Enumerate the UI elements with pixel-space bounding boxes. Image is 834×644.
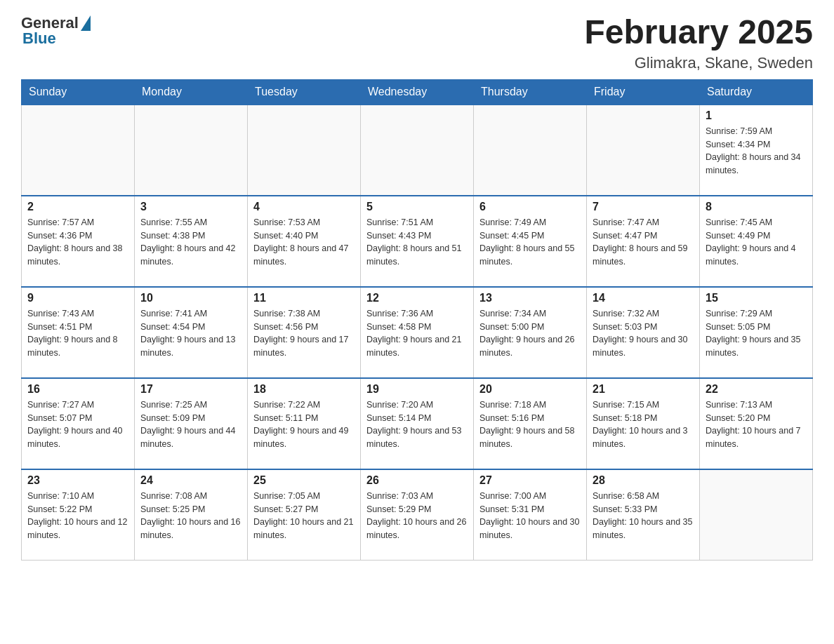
- calendar-cell: 18Sunrise: 7:22 AMSunset: 5:11 PMDayligh…: [248, 378, 361, 469]
- day-info: Sunrise: 7:29 AMSunset: 5:05 PMDaylight:…: [706, 307, 807, 360]
- calendar-cell: 1Sunrise: 7:59 AMSunset: 4:34 PMDaylight…: [700, 105, 813, 196]
- calendar-week-row-3: 9Sunrise: 7:43 AMSunset: 4:51 PMDaylight…: [22, 287, 813, 378]
- day-info: Sunrise: 7:55 AMSunset: 4:38 PMDaylight:…: [140, 216, 241, 269]
- calendar-header-row: SundayMondayTuesdayWednesdayThursdayFrid…: [22, 79, 813, 105]
- calendar-header-thursday: Thursday: [474, 79, 587, 105]
- calendar-cell: 25Sunrise: 7:05 AMSunset: 5:27 PMDayligh…: [248, 469, 361, 561]
- day-info: Sunrise: 7:43 AMSunset: 4:51 PMDaylight:…: [27, 307, 128, 360]
- calendar-cell: 17Sunrise: 7:25 AMSunset: 5:09 PMDayligh…: [135, 378, 248, 469]
- month-title: February 2025: [584, 14, 813, 51]
- day-number: 19: [366, 383, 468, 396]
- day-number: 11: [253, 292, 355, 304]
- day-number: 18: [253, 383, 355, 396]
- day-info: Sunrise: 7:05 AMSunset: 5:27 PMDaylight:…: [253, 490, 355, 542]
- calendar-cell: 23Sunrise: 7:10 AMSunset: 5:22 PMDayligh…: [22, 469, 135, 561]
- day-number: 9: [27, 292, 128, 304]
- calendar-cell: 27Sunrise: 7:00 AMSunset: 5:31 PMDayligh…: [474, 469, 587, 561]
- calendar-cell: [248, 105, 361, 196]
- day-info: Sunrise: 7:34 AMSunset: 5:00 PMDaylight:…: [479, 307, 581, 360]
- day-info: Sunrise: 7:38 AMSunset: 4:56 PMDaylight:…: [253, 307, 355, 360]
- calendar-cell: 16Sunrise: 7:27 AMSunset: 5:07 PMDayligh…: [22, 378, 135, 469]
- day-number: 3: [140, 201, 241, 213]
- calendar-header-saturday: Saturday: [700, 79, 813, 105]
- day-number: 8: [706, 201, 807, 213]
- calendar-week-row-2: 2Sunrise: 7:57 AMSunset: 4:36 PMDaylight…: [22, 196, 813, 287]
- day-info: Sunrise: 7:47 AMSunset: 4:47 PMDaylight:…: [593, 216, 694, 269]
- day-info: Sunrise: 7:27 AMSunset: 5:07 PMDaylight:…: [27, 398, 128, 451]
- day-number: 25: [253, 474, 355, 487]
- day-info: Sunrise: 6:58 AMSunset: 5:33 PMDaylight:…: [593, 490, 694, 542]
- calendar-cell: [587, 105, 700, 196]
- calendar-cell: 26Sunrise: 7:03 AMSunset: 5:29 PMDayligh…: [361, 469, 474, 561]
- day-number: 27: [479, 474, 581, 487]
- day-number: 14: [593, 292, 694, 304]
- calendar-week-row-1: 1Sunrise: 7:59 AMSunset: 4:34 PMDaylight…: [22, 105, 813, 196]
- day-info: Sunrise: 7:00 AMSunset: 5:31 PMDaylight:…: [479, 490, 581, 542]
- calendar-cell: 7Sunrise: 7:47 AMSunset: 4:47 PMDaylight…: [587, 196, 700, 287]
- day-info: Sunrise: 7:25 AMSunset: 5:09 PMDaylight:…: [140, 398, 241, 451]
- day-info: Sunrise: 7:13 AMSunset: 5:20 PMDaylight:…: [706, 398, 807, 451]
- day-info: Sunrise: 7:20 AMSunset: 5:14 PMDaylight:…: [366, 398, 468, 451]
- day-number: 12: [366, 292, 468, 304]
- day-info: Sunrise: 7:59 AMSunset: 4:34 PMDaylight:…: [706, 125, 807, 177]
- calendar-header-friday: Friday: [587, 79, 700, 105]
- day-number: 4: [253, 201, 355, 213]
- day-info: Sunrise: 7:53 AMSunset: 4:40 PMDaylight:…: [253, 216, 355, 269]
- calendar-cell: [361, 105, 474, 196]
- calendar-cell: 21Sunrise: 7:15 AMSunset: 5:18 PMDayligh…: [587, 378, 700, 469]
- day-number: 5: [366, 201, 468, 213]
- calendar-cell: 12Sunrise: 7:36 AMSunset: 4:58 PMDayligh…: [361, 287, 474, 378]
- calendar-cell: 5Sunrise: 7:51 AMSunset: 4:43 PMDaylight…: [361, 196, 474, 287]
- day-number: 17: [140, 383, 241, 396]
- calendar-header-tuesday: Tuesday: [248, 79, 361, 105]
- calendar-cell: [700, 469, 813, 561]
- calendar-cell: 28Sunrise: 6:58 AMSunset: 5:33 PMDayligh…: [587, 469, 700, 561]
- day-number: 16: [27, 383, 128, 396]
- day-info: Sunrise: 7:45 AMSunset: 4:49 PMDaylight:…: [706, 216, 807, 269]
- calendar-cell: 14Sunrise: 7:32 AMSunset: 5:03 PMDayligh…: [587, 287, 700, 378]
- day-number: 21: [593, 383, 694, 396]
- day-number: 6: [479, 201, 581, 213]
- day-number: 24: [140, 474, 241, 487]
- calendar-header-monday: Monday: [135, 79, 248, 105]
- day-info: Sunrise: 7:08 AMSunset: 5:25 PMDaylight:…: [140, 490, 241, 542]
- calendar-cell: 8Sunrise: 7:45 AMSunset: 4:49 PMDaylight…: [700, 196, 813, 287]
- calendar-cell: 20Sunrise: 7:18 AMSunset: 5:16 PMDayligh…: [474, 378, 587, 469]
- location-subtitle: Glimakra, Skane, Sweden: [584, 54, 813, 72]
- calendar-table: SundayMondayTuesdayWednesdayThursdayFrid…: [21, 79, 813, 561]
- calendar-cell: 4Sunrise: 7:53 AMSunset: 4:40 PMDaylight…: [248, 196, 361, 287]
- day-info: Sunrise: 7:22 AMSunset: 5:11 PMDaylight:…: [253, 398, 355, 451]
- page-header: General Blue February 2025 Glimakra, Ska…: [21, 14, 813, 72]
- day-number: 20: [479, 383, 581, 396]
- day-info: Sunrise: 7:15 AMSunset: 5:18 PMDaylight:…: [593, 398, 694, 451]
- calendar-week-row-5: 23Sunrise: 7:10 AMSunset: 5:22 PMDayligh…: [22, 469, 813, 561]
- calendar-header-wednesday: Wednesday: [361, 79, 474, 105]
- calendar-cell: 13Sunrise: 7:34 AMSunset: 5:00 PMDayligh…: [474, 287, 587, 378]
- day-number: 10: [140, 292, 241, 304]
- day-info: Sunrise: 7:41 AMSunset: 4:54 PMDaylight:…: [140, 307, 241, 360]
- calendar-cell: 24Sunrise: 7:08 AMSunset: 5:25 PMDayligh…: [135, 469, 248, 561]
- logo: General Blue: [21, 14, 91, 48]
- day-number: 13: [479, 292, 581, 304]
- calendar-cell: 15Sunrise: 7:29 AMSunset: 5:05 PMDayligh…: [700, 287, 813, 378]
- logo-blue-text: Blue: [21, 29, 56, 48]
- calendar-cell: [135, 105, 248, 196]
- calendar-cell: 19Sunrise: 7:20 AMSunset: 5:14 PMDayligh…: [361, 378, 474, 469]
- calendar-cell: 22Sunrise: 7:13 AMSunset: 5:20 PMDayligh…: [700, 378, 813, 469]
- calendar-cell: 10Sunrise: 7:41 AMSunset: 4:54 PMDayligh…: [135, 287, 248, 378]
- day-number: 15: [706, 292, 807, 304]
- calendar-cell: 11Sunrise: 7:38 AMSunset: 4:56 PMDayligh…: [248, 287, 361, 378]
- day-number: 28: [593, 474, 694, 487]
- day-info: Sunrise: 7:32 AMSunset: 5:03 PMDaylight:…: [593, 307, 694, 360]
- day-info: Sunrise: 7:36 AMSunset: 4:58 PMDaylight:…: [366, 307, 468, 360]
- day-number: 22: [706, 383, 807, 396]
- calendar-week-row-4: 16Sunrise: 7:27 AMSunset: 5:07 PMDayligh…: [22, 378, 813, 469]
- day-info: Sunrise: 7:03 AMSunset: 5:29 PMDaylight:…: [366, 490, 468, 542]
- calendar-cell: [474, 105, 587, 196]
- day-info: Sunrise: 7:10 AMSunset: 5:22 PMDaylight:…: [27, 490, 128, 542]
- calendar-header-sunday: Sunday: [22, 79, 135, 105]
- day-number: 2: [27, 201, 128, 213]
- day-info: Sunrise: 7:57 AMSunset: 4:36 PMDaylight:…: [27, 216, 128, 269]
- calendar-cell: 9Sunrise: 7:43 AMSunset: 4:51 PMDaylight…: [22, 287, 135, 378]
- day-info: Sunrise: 7:18 AMSunset: 5:16 PMDaylight:…: [479, 398, 581, 451]
